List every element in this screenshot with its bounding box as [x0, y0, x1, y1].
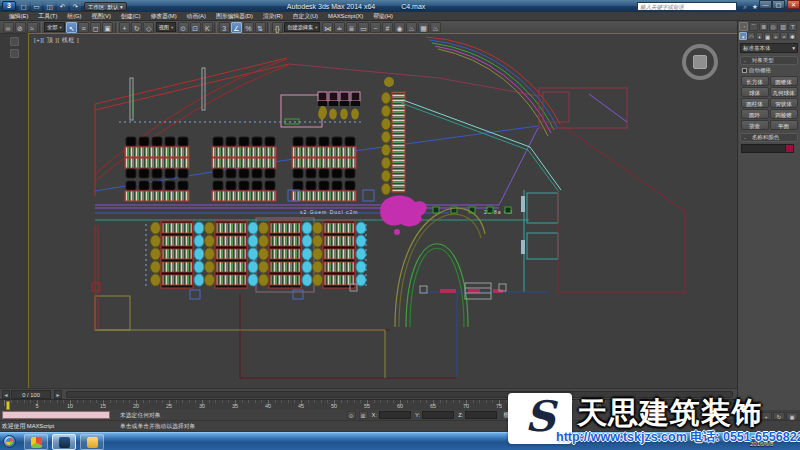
- redo-icon[interactable]: ↷: [70, 2, 81, 11]
- tab-hierarchy[interactable]: ≣: [759, 22, 768, 31]
- mirror-icon[interactable]: ⋈: [322, 22, 333, 33]
- tab-motion[interactable]: ◎: [769, 22, 778, 31]
- cat-cameras[interactable]: ▣: [764, 32, 772, 40]
- snap-toggle-icon[interactable]: 3: [219, 22, 230, 33]
- rollout-name-color[interactable]: -名称和颜色: [740, 133, 798, 142]
- object-type-button[interactable]: 四棱锥: [770, 109, 798, 119]
- tab-modify[interactable]: ⌒: [749, 22, 758, 31]
- object-type-button[interactable]: 圆柱体: [741, 98, 769, 108]
- y-coordinate-field[interactable]: [422, 411, 454, 419]
- zoom-all-icon[interactable]: ⊞: [734, 412, 746, 420]
- rectangular-region-icon[interactable]: ◻: [90, 22, 101, 33]
- taskbar-app-folder[interactable]: [80, 434, 104, 450]
- unlink-selection-icon[interactable]: ⊘: [15, 22, 26, 33]
- edit-named-sets-icon[interactable]: {}: [272, 22, 283, 33]
- select-move-icon[interactable]: +: [119, 22, 130, 33]
- minimize-button[interactable]: —: [759, 0, 772, 9]
- maximize-button[interactable]: ▢: [772, 0, 785, 9]
- reference-coord-dropdown[interactable]: 视图▾: [156, 22, 177, 32]
- menu-item[interactable]: 帮助(H): [368, 12, 398, 21]
- track-bar[interactable]: 5101520253035404550556065707580859095100: [0, 399, 737, 410]
- frame-display[interactable]: 0 / 100: [11, 390, 51, 399]
- menu-item[interactable]: 创建(C): [116, 12, 146, 21]
- rollout-object-type[interactable]: -对象类型: [740, 56, 798, 65]
- tab-utilities[interactable]: T: [788, 22, 797, 31]
- object-color-swatch[interactable]: [785, 144, 794, 153]
- object-type-button[interactable]: 平面: [770, 120, 798, 130]
- menu-item[interactable]: 编辑(E): [4, 12, 33, 21]
- selection-lock-icon[interactable]: ⊠: [359, 411, 368, 419]
- render-production-icon[interactable]: ♨: [430, 22, 441, 33]
- object-type-button[interactable]: 球体: [741, 87, 769, 97]
- schematic-view-icon[interactable]: #: [382, 22, 393, 33]
- menu-item[interactable]: 工具(T): [33, 12, 62, 21]
- zoom-icon[interactable]: ⊕: [721, 412, 733, 420]
- time-cursor[interactable]: [6, 401, 10, 410]
- isolate-selection-icon[interactable]: ⊙: [347, 411, 356, 419]
- save-file-icon[interactable]: ◫: [44, 2, 55, 11]
- x-coordinate-field[interactable]: [379, 411, 411, 419]
- menu-item[interactable]: 渲染(R): [258, 12, 288, 21]
- infocenter-search-input[interactable]: [637, 2, 737, 11]
- curve-editor-icon[interactable]: ~: [370, 22, 381, 33]
- render-setup-icon[interactable]: ♨: [406, 22, 417, 33]
- new-file-icon[interactable]: ▢: [18, 2, 29, 11]
- cat-spacewarps[interactable]: ≈: [780, 32, 788, 40]
- use-pivot-center-icon[interactable]: ⊙: [178, 22, 189, 33]
- named-sets-dropdown[interactable]: 创建选择集▾: [284, 22, 320, 32]
- material-editor-icon[interactable]: ◉: [394, 22, 405, 33]
- menu-item[interactable]: 动画(A): [182, 12, 211, 21]
- workspace-dropdown[interactable]: 工作区: 默认 ▾: [84, 2, 127, 11]
- object-type-button[interactable]: 茶壶: [741, 120, 769, 130]
- z-coordinate-field[interactable]: [465, 411, 497, 419]
- select-by-name-icon[interactable]: ≡: [78, 22, 89, 33]
- select-and-link-icon[interactable]: ∞: [3, 22, 14, 33]
- maxscript-macro-recorder[interactable]: [2, 411, 110, 419]
- maximize-viewport-icon[interactable]: ▣: [786, 412, 798, 420]
- object-type-button[interactable]: 管状体: [770, 98, 798, 108]
- selection-filter-dropdown[interactable]: 全部▾: [44, 22, 65, 32]
- cat-lights[interactable]: ◖: [756, 32, 764, 40]
- spinner-snap-icon[interactable]: ⇅: [255, 22, 266, 33]
- search-icon[interactable]: ⌕: [740, 2, 750, 11]
- select-scale-icon[interactable]: ◇: [143, 22, 154, 33]
- close-button[interactable]: ✕: [787, 0, 800, 9]
- next-frame-button[interactable]: ►: [54, 390, 62, 399]
- taskbar-app-browser[interactable]: [24, 434, 48, 450]
- autogrid-checkbox[interactable]: 自动栅格: [742, 67, 796, 74]
- viewport-layout-arrow-icon[interactable]: [10, 49, 19, 58]
- object-type-button[interactable]: 圆环: [741, 109, 769, 119]
- tab-create[interactable]: ◔: [739, 22, 748, 31]
- object-name-field[interactable]: [741, 144, 785, 153]
- taskbar-app-3dsmax[interactable]: [52, 434, 76, 450]
- select-rotate-icon[interactable]: ↻: [131, 22, 142, 33]
- ribbon-toggle-icon[interactable]: ▭: [358, 22, 369, 33]
- menu-item[interactable]: 视图(V): [87, 12, 116, 21]
- align-icon[interactable]: ≐: [334, 22, 345, 33]
- time-slider-track[interactable]: [66, 391, 733, 398]
- object-type-button[interactable]: 长方体: [741, 76, 769, 86]
- maxscript-listener[interactable]: 欢迎使用 MAXScript: [2, 422, 110, 431]
- layer-manager-icon[interactable]: ≣: [346, 22, 357, 33]
- undo-icon[interactable]: ↶: [57, 2, 68, 11]
- prev-frame-button[interactable]: ◄: [2, 390, 10, 399]
- app-menu-button[interactable]: 3: [2, 1, 16, 11]
- object-type-button[interactable]: 圆锥体: [770, 76, 798, 86]
- cat-helpers[interactable]: ⌖: [772, 32, 780, 40]
- zoom-extents-icon[interactable]: ⊡: [747, 412, 759, 420]
- cat-shapes[interactable]: ◠: [747, 32, 755, 40]
- orbit-icon[interactable]: ↻: [773, 412, 785, 420]
- floorplan-drawing[interactable]: s2 Guem Ducl c2m 2a 8a 4M: [29, 34, 737, 388]
- menu-item[interactable]: 修改器(M): [145, 12, 181, 21]
- pan-icon[interactable]: +: [760, 412, 772, 420]
- menu-item[interactable]: 图形编辑器(D): [211, 12, 258, 21]
- primitive-type-dropdown[interactable]: 标准基本体▾: [740, 43, 798, 53]
- rendered-frame-icon[interactable]: ▦: [418, 22, 429, 33]
- select-object-icon[interactable]: ↖: [66, 22, 77, 33]
- viewport-layout-tab-icon[interactable]: [10, 37, 19, 46]
- viewcube[interactable]: [682, 44, 718, 80]
- bind-to-spacewarp-icon[interactable]: ≈: [27, 22, 38, 33]
- percent-snap-icon[interactable]: %: [243, 22, 254, 33]
- viewport-label[interactable]: [+][ 顶 ][ 线框 ]: [34, 36, 79, 45]
- menu-item[interactable]: 组(G): [62, 12, 86, 21]
